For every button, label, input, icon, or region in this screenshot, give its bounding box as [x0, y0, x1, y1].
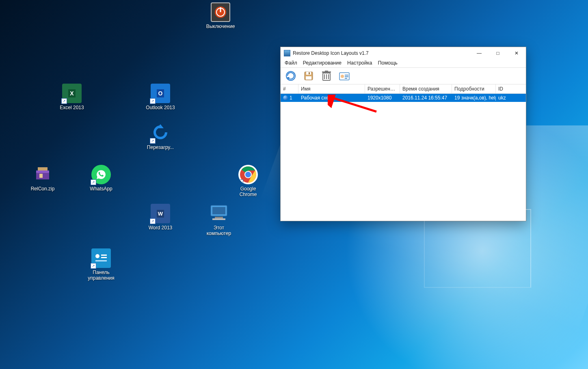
cell-created: 2016.11.24 16:55:47: [400, 95, 452, 101]
col-name[interactable]: Имя: [298, 84, 365, 93]
menu-file[interactable]: Файл: [285, 60, 297, 66]
maximize-button[interactable]: □: [489, 47, 507, 59]
desktop-icon-label: RelCon.zip: [31, 186, 55, 192]
svg-rect-19: [95, 260, 107, 261]
col-resolution[interactable]: Разрешение ...: [365, 84, 400, 93]
whatsapp-icon: ↗: [91, 165, 111, 184]
desktop-icon-label: Этот компьютер: [207, 225, 231, 236]
grid-header: # Имя Разрешение ... Время создания Подр…: [281, 84, 526, 94]
menu-help[interactable]: Помощь: [378, 60, 398, 66]
desktop-icon-label: Google Chrome: [240, 186, 257, 197]
svg-rect-13: [215, 217, 223, 218]
svg-rect-31: [325, 71, 328, 72]
desktop-icon-label: Word 2013: [149, 225, 172, 231]
menubar: Файл Редактирование Настройка Помощь: [281, 59, 526, 68]
svg-rect-24: [309, 72, 310, 74]
cell-resolution: 1920x1080: [365, 95, 400, 101]
desktop-icon-label: WhatsApp: [90, 186, 112, 192]
desktop-icon-label: Outlook 2013: [146, 105, 175, 110]
desktop-icon-label: Выключение: [206, 24, 235, 29]
cell-number: 1: [281, 95, 298, 101]
col-id[interactable]: ID: [496, 84, 516, 93]
outlook-icon: O ↗: [151, 84, 170, 103]
desktop-icon-chrome[interactable]: ↗ Google Chrome: [230, 165, 266, 197]
desktop-icon-shutdown[interactable]: Выключение: [202, 2, 239, 29]
desktop-icon-whatsapp[interactable]: ↗ WhatsApp: [83, 165, 119, 192]
tool-restore-button[interactable]: [284, 69, 298, 82]
cell-details: 19 значк(а,ов), help: [452, 95, 496, 101]
desktop-icon-this-pc[interactable]: Этот компьютер: [201, 204, 237, 236]
col-number[interactable]: #: [281, 84, 298, 93]
menu-edit[interactable]: Редактирование: [303, 60, 342, 66]
svg-rect-14: [212, 218, 225, 220]
computer-icon: [209, 204, 229, 223]
shutdown-icon: [211, 2, 230, 22]
menu-settings[interactable]: Настройка: [347, 60, 372, 66]
excel-icon: X ↗: [62, 84, 82, 103]
svg-point-10: [245, 172, 251, 177]
svg-point-16: [95, 254, 99, 258]
desktop-icon-outlook[interactable]: O ↗ Outlook 2013: [142, 84, 179, 110]
desktop-icon-word[interactable]: W ↗ Word 2013: [142, 204, 179, 231]
svg-rect-7: [39, 174, 43, 178]
cell-number-text: 1: [290, 95, 292, 101]
col-details[interactable]: Подробности: [452, 84, 496, 93]
svg-rect-17: [101, 255, 107, 256]
restart-icon: ↗: [151, 123, 170, 143]
svg-rect-25: [306, 76, 311, 80]
svg-rect-5: [36, 170, 49, 173]
desktop-icon-excel[interactable]: X ↗ Excel 2013: [54, 84, 90, 110]
svg-rect-34: [345, 75, 348, 76]
toolbar: [281, 68, 526, 84]
tool-save-button[interactable]: [302, 69, 316, 82]
app-window[interactable]: Restore Desktop Icon Layouts v1.7 — □ ✕ …: [280, 47, 526, 221]
desktop-icon-label: Панель управления: [88, 270, 114, 281]
close-button[interactable]: ✕: [507, 47, 526, 59]
svg-rect-36: [345, 78, 347, 79]
tool-about-button[interactable]: [337, 69, 351, 82]
grid-row[interactable]: 1 Рабочая схема 1920x1080 2016.11.24 16:…: [281, 94, 526, 102]
row-status-icon: [283, 95, 288, 100]
col-created[interactable]: Время создания: [400, 84, 452, 93]
cell-name: Рабочая схема: [298, 95, 365, 101]
window-controls: — □ ✕: [470, 47, 526, 59]
cell-id: ukz: [496, 95, 516, 101]
desktop[interactable]: Выключение X ↗ Excel 2013 O ↗ Outlook 20…: [0, 0, 588, 369]
titlebar[interactable]: Restore Desktop Icon Layouts v1.7 — □ ✕: [281, 47, 526, 59]
desktop-icon-relcon-zip[interactable]: RelCon.zip: [24, 165, 61, 192]
tool-delete-button[interactable]: [320, 69, 333, 82]
winrar-icon: [33, 165, 52, 184]
svg-rect-6: [38, 167, 48, 170]
svg-rect-18: [101, 257, 107, 258]
control-panel-icon: ↗: [91, 248, 111, 268]
app-icon: [284, 50, 290, 56]
desktop-icon-control-panel[interactable]: ↗ Панель управления: [83, 248, 119, 281]
svg-point-33: [341, 75, 344, 78]
window-title: Restore Desktop Icon Layouts v1.7: [293, 50, 369, 56]
chrome-icon: ↗: [238, 165, 258, 184]
svg-rect-35: [345, 76, 348, 77]
svg-rect-12: [212, 207, 225, 214]
word-icon: W ↗: [151, 204, 170, 223]
minimize-button[interactable]: —: [470, 47, 489, 59]
desktop-icon-restart[interactable]: ↗ Перезагру...: [142, 123, 179, 150]
grid-body[interactable]: 1 Рабочая схема 1920x1080 2016.11.24 16:…: [281, 94, 526, 221]
desktop-icon-label: Excel 2013: [60, 105, 84, 110]
desktop-icon-label: Перезагру...: [147, 145, 174, 150]
